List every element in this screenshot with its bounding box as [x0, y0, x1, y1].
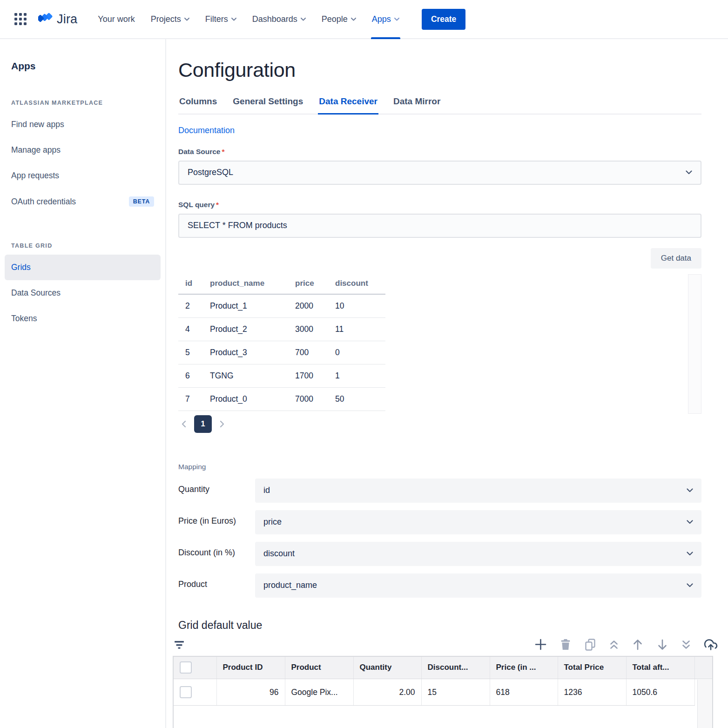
- brand-name: Jira: [57, 12, 77, 27]
- sql-query-label: SQL query*: [178, 201, 701, 209]
- mapping-title: Mapping: [178, 463, 701, 471]
- nav-item-dashboards[interactable]: Dashboards: [252, 0, 306, 39]
- cell-discount[interactable]: 15: [421, 679, 490, 706]
- results-row: 6TGNG17001: [178, 364, 385, 387]
- chevron-down-icon: [687, 488, 693, 492]
- filter-icon[interactable]: [174, 640, 185, 649]
- grid-header-row: Product ID Product Quantity Discount... …: [174, 657, 712, 679]
- mapping-row-price: Price (in Euros) price: [178, 510, 701, 534]
- mapping-label: Price (in Euros): [178, 510, 255, 526]
- tab-columns[interactable]: Columns: [178, 96, 218, 114]
- sidebar-item-oauth-credentials[interactable]: OAuth credentials BETA: [0, 189, 165, 215]
- next-page-button[interactable]: [216, 418, 228, 431]
- grid-default-value-section: Grid default value: [178, 619, 701, 728]
- required-asterisk: *: [222, 148, 224, 155]
- grid-vertical-scrollbar[interactable]: [697, 680, 712, 728]
- nav-item-your-work[interactable]: Your work: [98, 0, 135, 39]
- nav-item-apps[interactable]: Apps: [372, 0, 399, 39]
- current-page-button[interactable]: 1: [194, 415, 212, 433]
- row-select-cell: [174, 679, 216, 706]
- cloud-upload-icon[interactable]: [704, 638, 718, 651]
- data-source-label: Data Source*: [178, 148, 701, 156]
- grid-default-table-container: Product ID Product Quantity Discount... …: [173, 656, 713, 728]
- results-col-price: price: [295, 274, 335, 294]
- copy-icon[interactable]: [584, 638, 596, 651]
- sidebar-item-app-requests[interactable]: App requests: [0, 163, 165, 189]
- get-data-button[interactable]: Get data: [651, 248, 701, 269]
- mapping-section: Mapping Quantity id Price (in Euros) pri…: [178, 463, 701, 598]
- sidebar-item-grids[interactable]: Grids: [5, 255, 161, 280]
- double-chevron-down-icon[interactable]: [681, 639, 691, 651]
- main-content: Configuration Columns General Settings D…: [166, 39, 728, 728]
- results-row: 7Product_0700050: [178, 387, 385, 411]
- mapping-quantity-select[interactable]: id: [255, 479, 701, 503]
- sidebar-item-find-new-apps[interactable]: Find new apps: [0, 112, 165, 137]
- results-col-discount: discount: [335, 274, 385, 294]
- plus-icon[interactable]: [534, 638, 547, 651]
- cell-product[interactable]: Google Pix...: [285, 679, 353, 706]
- beta-badge: BETA: [129, 196, 154, 207]
- mapping-row-product: Product product_name: [178, 573, 701, 598]
- mapping-label: Quantity: [178, 479, 255, 494]
- sidebar-list-table-grid: Grids Data Sources Tokens: [0, 255, 165, 331]
- cell-price[interactable]: 618: [490, 679, 558, 706]
- double-chevron-up-icon[interactable]: [609, 639, 619, 651]
- sidebar: Apps ATLASSIAN MARKETPLACE Find new apps…: [0, 39, 166, 728]
- mapping-label: Product: [178, 573, 255, 589]
- grid-col-total-after: Total aft...: [626, 657, 694, 679]
- mapping-label: Discount (in %): [178, 542, 255, 558]
- create-button[interactable]: Create: [422, 9, 465, 30]
- jira-logo[interactable]: Jira: [38, 12, 77, 27]
- arrow-up-icon[interactable]: [632, 638, 644, 651]
- grid-col-quantity: Quantity: [353, 657, 421, 679]
- chevron-left-icon: [181, 420, 187, 428]
- chevron-down-icon: [231, 18, 236, 21]
- cell-product-id[interactable]: 96: [216, 679, 285, 706]
- cell-total-price[interactable]: 1236: [558, 679, 626, 706]
- documentation-link[interactable]: Documentation: [178, 126, 235, 135]
- sidebar-item-data-sources[interactable]: Data Sources: [0, 280, 165, 306]
- nav-item-filters[interactable]: Filters: [205, 0, 236, 39]
- mapping-product-select[interactable]: product_name: [255, 573, 701, 598]
- cell-quantity[interactable]: 2.00: [353, 679, 421, 706]
- grid-default-value-title: Grid default value: [178, 619, 701, 632]
- chevron-right-icon: [219, 420, 225, 428]
- arrow-down-icon[interactable]: [656, 638, 668, 651]
- sidebar-title: Apps: [11, 61, 154, 72]
- prev-page-button[interactable]: [178, 418, 189, 431]
- mapping-discount-select[interactable]: discount: [255, 542, 701, 566]
- app-switcher-icon[interactable]: [14, 13, 27, 26]
- grid-col-total-price: Total Price: [558, 657, 626, 679]
- sidebar-list-marketplace: Find new apps Manage apps App requests O…: [0, 112, 165, 215]
- mapping-row-discount: Discount (in %) discount: [178, 542, 701, 566]
- query-results-panel: id product_name price discount 2Product_…: [178, 274, 701, 433]
- sql-query-field: [178, 214, 701, 238]
- tab-data-mirror[interactable]: Data Mirror: [392, 96, 441, 114]
- data-source-value: PostgreSQL: [188, 168, 233, 177]
- grid-col-price: Price (in ...: [490, 657, 558, 679]
- tab-data-receiver[interactable]: Data Receiver: [318, 96, 378, 115]
- pagination: 1: [178, 415, 701, 433]
- grid-col-product-id: Product ID: [216, 657, 285, 679]
- results-scrollbar[interactable]: [688, 274, 701, 414]
- chevron-down-icon: [686, 170, 692, 175]
- select-all-checkbox[interactable]: [180, 661, 192, 674]
- row-checkbox[interactable]: [180, 686, 192, 698]
- mapping-price-select[interactable]: price: [255, 510, 701, 534]
- trash-icon[interactable]: [559, 638, 572, 651]
- grid-col-product: Product: [285, 657, 353, 679]
- sidebar-item-manage-apps[interactable]: Manage apps: [0, 137, 165, 163]
- tab-general-settings[interactable]: General Settings: [232, 96, 304, 114]
- nav-item-people[interactable]: People: [322, 0, 356, 39]
- nav-item-projects[interactable]: Projects: [151, 0, 189, 39]
- data-source-select[interactable]: PostgreSQL: [178, 161, 701, 185]
- cell-total-after[interactable]: 1050.6: [626, 679, 694, 706]
- sidebar-item-tokens[interactable]: Tokens: [0, 306, 165, 331]
- chevron-down-icon: [184, 18, 189, 21]
- select-all-cell: [174, 657, 216, 679]
- grid-header-gutter: [694, 657, 712, 679]
- required-asterisk: *: [216, 201, 219, 209]
- sql-query-input[interactable]: [188, 221, 692, 230]
- chevron-down-icon: [301, 18, 306, 21]
- top-navbar: Jira Your work Projects Filters Dashboar…: [0, 0, 728, 39]
